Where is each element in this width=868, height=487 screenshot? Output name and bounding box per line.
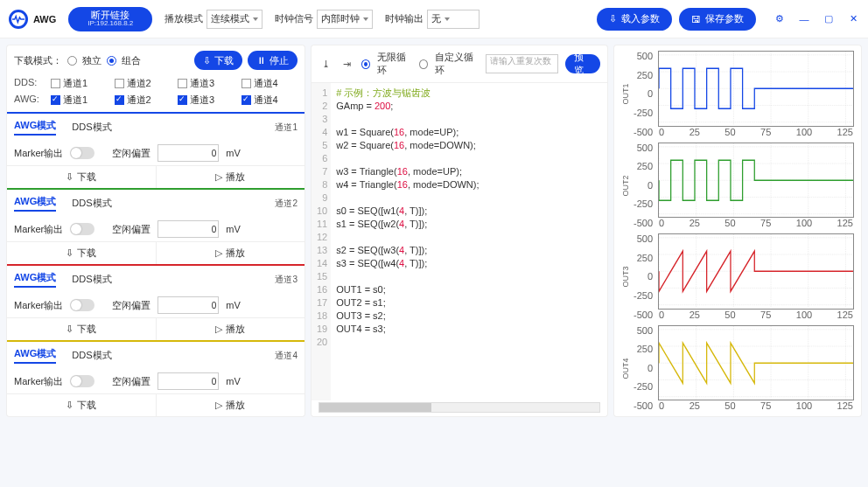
preview-button[interactable]: 预览 bbox=[565, 54, 600, 73]
idle-offset-input[interactable]: 0 bbox=[158, 372, 219, 390]
idle-offset-label: 空闲偏置 bbox=[112, 147, 150, 160]
download-icon: ⇩ bbox=[66, 400, 74, 411]
horizontal-scrollbar[interactable] bbox=[318, 402, 600, 413]
export-icon[interactable]: ⤓ bbox=[318, 56, 332, 72]
idle-offset-label: 空闲偏置 bbox=[112, 375, 150, 388]
tab-awg[interactable]: AWG模式 bbox=[14, 347, 56, 364]
channel-checkbox[interactable] bbox=[115, 95, 124, 105]
download-all-button[interactable]: ⇩下载 bbox=[194, 51, 242, 70]
channel-name: 通道4 bbox=[275, 350, 298, 362]
marker-toggle[interactable] bbox=[70, 299, 94, 311]
plot-yticks: 5002500-250-500 bbox=[634, 143, 654, 229]
channel-checkbox-cell: 通道3 bbox=[178, 77, 234, 90]
code-toolbar: ⤓ ⇥ 无限循环 自定义循环 请输入重复次数 预览 bbox=[312, 45, 607, 83]
play-mode-field: 播放模式 连续模式 bbox=[164, 10, 262, 29]
radio-infinite-loop[interactable] bbox=[361, 59, 370, 69]
channel-checkbox-cell: 通道3 bbox=[178, 94, 234, 107]
maximize-icon[interactable]: ▢ bbox=[822, 13, 835, 25]
channel-checkbox[interactable] bbox=[178, 79, 187, 88]
download-icon: ⇩ bbox=[66, 324, 74, 335]
code-editor[interactable]: 1234567891011121314151617181920 # 示例：方波与… bbox=[312, 83, 607, 400]
clock-signal-label: 时钟信号 bbox=[275, 12, 313, 25]
tab-dds[interactable]: DDS模式 bbox=[72, 197, 111, 210]
tab-dds[interactable]: DDS模式 bbox=[72, 349, 111, 362]
tab-dds[interactable]: DDS模式 bbox=[72, 273, 111, 286]
plot-svg bbox=[658, 143, 854, 219]
channel-checkbox-cell: 通道4 bbox=[242, 77, 298, 90]
channel-download-button[interactable]: ⇩下载 bbox=[7, 394, 157, 416]
tab-awg[interactable]: AWG模式 bbox=[14, 271, 56, 288]
line-gutter: 1234567891011121314151617181920 bbox=[312, 83, 331, 400]
channel-head: AWG模式DDS模式通道1 bbox=[7, 114, 304, 141]
radio-combined[interactable] bbox=[107, 56, 116, 66]
channel-play-button[interactable]: ▷播放 bbox=[157, 166, 305, 188]
channel-download-button[interactable]: ⇩下载 bbox=[7, 166, 157, 188]
download-mode-label: 下载模式： bbox=[14, 54, 62, 67]
channel-checkbox[interactable] bbox=[242, 95, 251, 105]
plot-ylabel: OUT3 bbox=[621, 233, 630, 320]
close-icon[interactable]: ✕ bbox=[847, 13, 859, 25]
channel-checkbox[interactable] bbox=[242, 79, 251, 88]
channel-download-button[interactable]: ⇩下载 bbox=[7, 242, 157, 264]
left-panel: 下载模式： 独立 组合 ⇩下载 ⏸停止 DDS:通道1通道2通道3通道4AWG:… bbox=[7, 45, 304, 416]
plot-ylabel: OUT2 bbox=[621, 143, 630, 229]
channel-footer: ⇩下载▷播放 bbox=[7, 393, 304, 416]
minimize-icon[interactable]: — bbox=[798, 13, 810, 25]
clock-output-select[interactable]: 无 bbox=[427, 10, 480, 29]
channel-checkbox-cell: 通道1 bbox=[51, 94, 108, 107]
channel-name: 通道2 bbox=[275, 198, 298, 210]
download-icon: ⇩ bbox=[203, 55, 211, 66]
idle-unit: mV bbox=[226, 376, 241, 386]
play-mode-select[interactable]: 连续模式 bbox=[206, 10, 262, 29]
idle-unit: mV bbox=[226, 300, 241, 310]
plot-ylabel: OUT1 bbox=[621, 51, 630, 137]
channel-body: Marker输出空闲偏置0mV bbox=[7, 141, 304, 165]
plot-area: 0255075100125 bbox=[658, 51, 854, 137]
channel-checkbox[interactable] bbox=[51, 79, 60, 88]
marker-toggle[interactable] bbox=[70, 223, 94, 235]
download-icon: ⇩ bbox=[609, 13, 617, 24]
channel-play-button[interactable]: ▷播放 bbox=[157, 242, 305, 264]
load-params-button[interactable]: ⇩载入参数 bbox=[597, 8, 672, 31]
idle-unit: mV bbox=[226, 148, 241, 158]
settings-icon[interactable]: ⚙ bbox=[774, 13, 786, 25]
idle-offset-input[interactable]: 0 bbox=[158, 144, 219, 162]
marker-label: Marker输出 bbox=[14, 147, 63, 160]
channel-head: AWG模式DDS模式通道2 bbox=[7, 190, 304, 217]
connection-ip: IP:192.168.8.2 bbox=[88, 20, 133, 28]
channel-play-button[interactable]: ▷播放 bbox=[157, 394, 305, 416]
caret-down-icon bbox=[444, 17, 450, 21]
marker-toggle[interactable] bbox=[70, 375, 94, 387]
repeat-count-input[interactable]: 请输入重复次数 bbox=[486, 54, 558, 73]
channel-play-button[interactable]: ▷播放 bbox=[157, 318, 305, 340]
plots-panel: OUT15002500-250-5000255075100125OUT25002… bbox=[614, 45, 861, 416]
channel-checkbox[interactable] bbox=[115, 79, 124, 88]
clock-output-label: 时钟输出 bbox=[385, 12, 424, 25]
stop-button[interactable]: ⏸停止 bbox=[248, 51, 298, 70]
save-params-button[interactable]: 🖫保存参数 bbox=[679, 8, 756, 31]
channel-download-button[interactable]: ⇩下载 bbox=[7, 318, 157, 340]
idle-offset-input[interactable]: 0 bbox=[158, 220, 219, 238]
row-label: DDS: bbox=[14, 77, 44, 90]
radio-custom-loop[interactable] bbox=[419, 59, 428, 69]
channel-name: 通道1 bbox=[275, 122, 298, 134]
play-mode-label: 播放模式 bbox=[164, 12, 203, 25]
tab-awg[interactable]: AWG模式 bbox=[14, 119, 56, 136]
marker-label: Marker输出 bbox=[14, 375, 63, 388]
idle-offset-input[interactable]: 0 bbox=[158, 296, 219, 314]
channel-checkbox[interactable] bbox=[51, 95, 60, 105]
channel-checkbox-cell: 通道4 bbox=[242, 94, 298, 107]
channel-block: AWG模式DDS模式通道3Marker输出空闲偏置0mV⇩下载▷播放 bbox=[7, 264, 304, 340]
import-icon[interactable]: ⇥ bbox=[340, 56, 354, 72]
channel-body: Marker输出空闲偏置0mV bbox=[7, 369, 304, 393]
tab-dds[interactable]: DDS模式 bbox=[72, 121, 111, 134]
brand-icon bbox=[9, 10, 28, 29]
connection-button[interactable]: 断开链接 IP:192.168.8.2 bbox=[68, 7, 152, 31]
tab-awg[interactable]: AWG模式 bbox=[14, 195, 56, 212]
marker-toggle[interactable] bbox=[70, 147, 94, 159]
radio-independent[interactable] bbox=[67, 56, 77, 66]
channel-checkbox[interactable] bbox=[178, 95, 187, 105]
clock-signal-select[interactable]: 内部时钟 bbox=[317, 10, 373, 29]
plot-xticks: 0255075100125 bbox=[658, 127, 854, 137]
channel-block: AWG模式DDS模式通道2Marker输出空闲偏置0mV⇩下载▷播放 bbox=[7, 188, 304, 264]
